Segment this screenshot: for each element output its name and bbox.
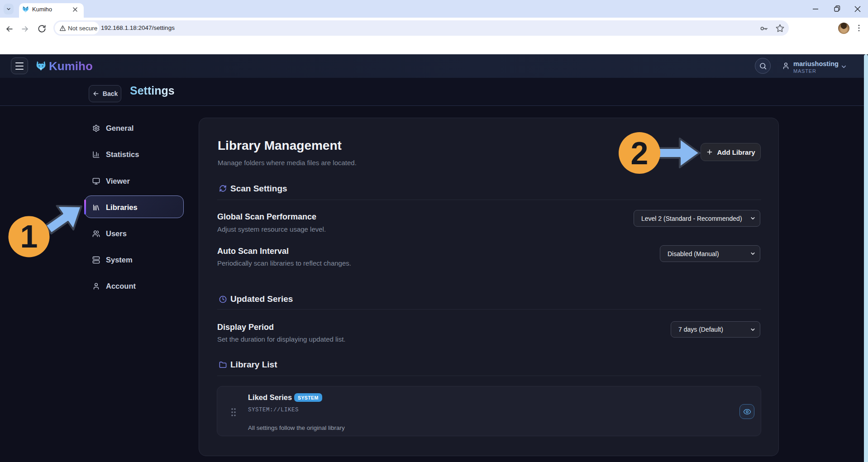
svg-text:2: 2 <box>631 136 649 171</box>
svg-text:1: 1 <box>20 219 38 254</box>
